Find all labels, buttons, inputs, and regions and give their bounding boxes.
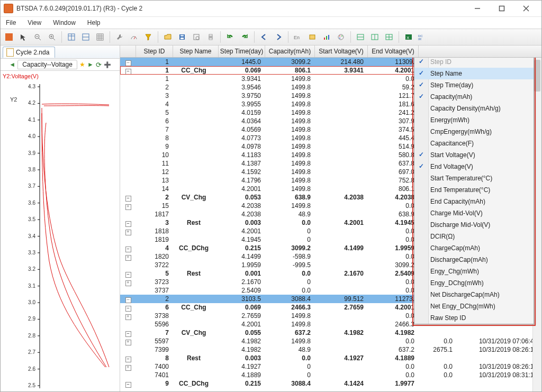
refresh-icon[interactable] (96, 61, 102, 69)
menu-item[interactable]: End Capacity(mAh) (414, 196, 534, 207)
gauge-icon[interactable] (128, 31, 140, 43)
redo-icon[interactable] (238, 31, 251, 43)
tree-toggle[interactable] (120, 134, 136, 142)
menu-item[interactable]: Raw Step ID (414, 312, 534, 324)
tree-toggle[interactable] (120, 176, 136, 185)
tree-toggle[interactable]: – (120, 303, 136, 312)
maximize-button[interactable] (490, 1, 514, 16)
tree-toggle[interactable] (120, 286, 136, 295)
tree-toggle[interactable] (120, 235, 136, 244)
tree-toggle[interactable]: + (120, 278, 136, 286)
tree-toggle[interactable] (120, 92, 136, 100)
menu-item[interactable]: DischargeCap(mAh) (414, 254, 534, 266)
nav-prev-icon[interactable] (258, 31, 270, 43)
preview-icon[interactable] (190, 31, 203, 43)
grid-body[interactable]: ▶ –11445.03099.2214.48011309.–1CC_Chg0.0… (120, 58, 541, 391)
tree-toggle[interactable] (120, 125, 136, 134)
tree-toggle[interactable]: – (120, 295, 136, 303)
table-row[interactable]: –9CC_DChg0.2153088.44.14241.9977 (120, 379, 541, 388)
menu-item[interactable]: CmpEngergy(mWh/g) (414, 126, 534, 138)
layout1-icon[interactable] (354, 31, 367, 43)
tree-header[interactable] (120, 45, 136, 57)
menu-item[interactable]: Net DischargeCap(mAh) (414, 289, 534, 300)
chart-tab[interactable]: Capacity--Voltage (17, 60, 77, 69)
tree-toggle[interactable]: + (120, 252, 136, 261)
menu-file[interactable]: File (4, 18, 18, 28)
tree-toggle[interactable] (120, 185, 136, 193)
minimize-button[interactable] (465, 1, 490, 16)
tree-toggle[interactable] (120, 142, 136, 151)
menu-help[interactable]: Help (85, 18, 103, 28)
tree-toggle[interactable] (120, 100, 136, 108)
save-icon[interactable] (176, 31, 188, 43)
menu-item[interactable]: ✓Capacity(mAh) (414, 91, 534, 103)
menu-item[interactable]: ✓Step Time(day) (414, 79, 534, 91)
zoom-out-icon[interactable] (31, 31, 44, 43)
menu-item[interactable]: Start Temperature(°C) (414, 172, 534, 184)
filter-icon[interactable] (142, 31, 155, 43)
scroll-thumb[interactable] (534, 60, 540, 92)
grid-icon[interactable] (94, 31, 106, 43)
layout2-icon[interactable] (368, 31, 381, 43)
table-row[interactable]: +55974.19821499.80.00.010/31/2019 07:06:… (120, 337, 541, 345)
col-start-v[interactable]: Start Voltage(V) (315, 45, 368, 57)
open-icon[interactable] (161, 31, 174, 43)
col-step-id[interactable]: Step ID (136, 45, 173, 57)
tree-toggle[interactable] (120, 75, 136, 83)
tree-toggle[interactable]: + (120, 337, 136, 345)
tree-toggle[interactable] (120, 117, 136, 125)
menu-item[interactable]: ✓End Voltage(V) (414, 161, 534, 172)
menu-item[interactable]: Engy_Chg(mWh) (414, 266, 534, 277)
tree-toggle[interactable]: – (120, 218, 136, 227)
col-capacity[interactable]: Capacity(mAh) (265, 45, 315, 57)
table-row[interactable]: –8Rest0.0030.04.19274.1889 (120, 354, 541, 362)
tree-toggle[interactable] (120, 210, 136, 218)
pointer-icon[interactable] (17, 31, 30, 43)
menu-item[interactable]: Charge Mid-Vol(V) (414, 207, 534, 219)
dcir-icon[interactable]: DCIR (417, 31, 429, 43)
chart-area[interactable]: Y2:Voltage(V) Y2 4.34.24.14.03.93.83.73.… (1, 71, 120, 391)
menu-item[interactable]: ChargeCap(mAh) (414, 242, 534, 254)
undo-icon[interactable] (224, 31, 237, 43)
close-button[interactable] (514, 1, 538, 16)
print-icon[interactable] (204, 31, 217, 43)
layout3-icon[interactable] (383, 31, 395, 43)
menu-item[interactable]: Capacity Density(mAh/g) (414, 103, 534, 114)
table-row[interactable]: 74014.188900.00.010/31/2019 08:31:14 (120, 371, 541, 379)
menu-item[interactable]: ✓Start Voltage(V) (414, 149, 534, 161)
col-extra[interactable] (419, 45, 541, 57)
tree-toggle[interactable] (120, 83, 136, 92)
zoom-in-icon[interactable] (46, 31, 58, 43)
menu-item[interactable]: DCIR(Ω) (414, 231, 534, 242)
tree-toggle[interactable]: + (120, 202, 136, 210)
tree-toggle[interactable]: + (120, 362, 136, 371)
tag-icon[interactable] (306, 31, 319, 43)
tree-toggle[interactable] (120, 159, 136, 168)
chart-prev-icon[interactable]: ◄ (9, 61, 15, 68)
menu-window[interactable]: Window (51, 18, 78, 28)
menu-item[interactable]: Capacitance(F) (414, 138, 534, 149)
chart-icon[interactable] (320, 31, 333, 43)
tree-toggle[interactable]: + (120, 227, 136, 235)
menu-item[interactable]: Net Engy_DChg(mWh) (414, 300, 534, 312)
table2-icon[interactable] (79, 31, 92, 43)
tree-toggle[interactable]: – (120, 66, 136, 75)
tree-toggle[interactable] (120, 151, 136, 159)
col-end-v[interactable]: End Voltage(V) (368, 45, 419, 57)
palette-icon[interactable] (335, 31, 347, 43)
tree-toggle[interactable]: – (120, 379, 136, 388)
table-row[interactable]: +74004.192700.00.010/31/2019 08:26:15 (120, 362, 541, 371)
tree-toggle[interactable]: – (120, 354, 136, 362)
menu-item[interactable]: ✓Step Name (414, 68, 534, 79)
tool-logo-icon[interactable] (3, 31, 15, 43)
tree-toggle[interactable]: + (120, 312, 136, 320)
tree-toggle[interactable] (120, 371, 136, 379)
add-chart-icon[interactable] (104, 61, 111, 68)
nav-next-icon[interactable] (272, 31, 285, 43)
col-step-name[interactable]: Step Name (173, 45, 219, 57)
tree-toggle[interactable]: – (120, 244, 136, 252)
menu-item[interactable]: Engy_DChg(mWh) (414, 277, 534, 289)
tree-toggle[interactable]: – (120, 269, 136, 278)
menu-item[interactable]: End Temperature(°C) (414, 184, 534, 196)
tree-toggle[interactable]: – (120, 329, 136, 337)
